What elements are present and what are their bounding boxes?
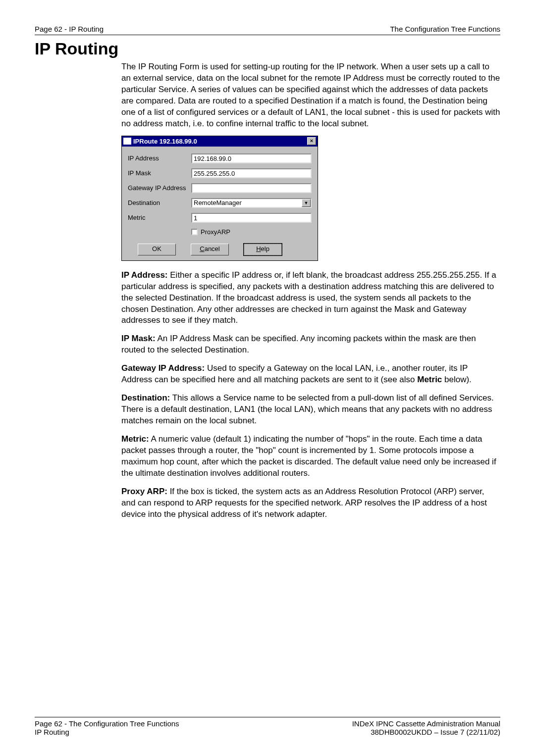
ip-address-input[interactable] <box>191 153 312 163</box>
intro-paragraph: The IP Routing Form is used for setting-… <box>121 61 500 130</box>
dialog-icon <box>123 138 131 145</box>
desc-ip-address: IP Address: Either a specific IP address… <box>121 270 500 327</box>
destination-value: RemoteManager <box>192 199 302 207</box>
destination-label: Destination <box>128 199 191 207</box>
page-title: IP Routing <box>35 39 500 58</box>
cancel-button[interactable]: Cancel <box>191 244 229 255</box>
dialog-titlebar: IPRoute 192.168.99.0 × <box>122 136 318 147</box>
dialog-title-text: IPRoute 192.168.99.0 <box>133 137 197 146</box>
metric-label: Metric <box>128 213 191 222</box>
footer-left-1: Page 62 - The Configuration Tree Functio… <box>35 719 179 728</box>
header-left: Page 62 - IP Routing <box>35 25 104 33</box>
ip-mask-input[interactable] <box>191 168 312 178</box>
close-icon[interactable]: × <box>307 137 316 145</box>
gateway-input[interactable] <box>191 183 312 193</box>
header-right: The Configuration Tree Functions <box>390 25 500 33</box>
help-button[interactable]: Help <box>244 244 282 255</box>
page-footer: Page 62 - The Configuration Tree Functio… <box>35 717 500 736</box>
chevron-down-icon[interactable]: ▼ <box>302 199 311 207</box>
desc-ip-mask: IP Mask: An IP Address Mask can be speci… <box>121 333 500 356</box>
desc-gateway: Gateway IP Address: Used to specify a Ga… <box>121 363 500 386</box>
iproute-dialog: IPRoute 192.168.99.0 × IP Address IP Mas… <box>121 136 318 261</box>
ip-mask-label: IP Mask <box>128 169 191 178</box>
footer-left-2: IP Routing <box>35 728 179 736</box>
desc-metric: Metric: A numeric value (default 1) indi… <box>121 434 500 479</box>
metric-input[interactable] <box>191 213 312 223</box>
proxyarp-label: ProxyARP <box>201 228 230 237</box>
destination-select[interactable]: RemoteManager ▼ <box>191 198 312 208</box>
ok-button[interactable]: OK <box>138 244 176 255</box>
footer-right-1: INDeX IPNC Cassette Administration Manua… <box>352 719 500 728</box>
page-header: Page 62 - IP Routing The Configuration T… <box>35 25 500 35</box>
desc-destination: Destination: This allows a Service name … <box>121 393 500 427</box>
footer-right-2: 38DHB0002UKDD – Issue 7 (22/11/02) <box>352 728 500 736</box>
gateway-label: Gateway IP Address <box>128 184 191 193</box>
desc-proxyarp: Proxy ARP: If the box is ticked, the sys… <box>121 486 500 520</box>
proxyarp-checkbox[interactable] <box>191 229 198 235</box>
ip-address-label: IP Address <box>128 154 191 163</box>
